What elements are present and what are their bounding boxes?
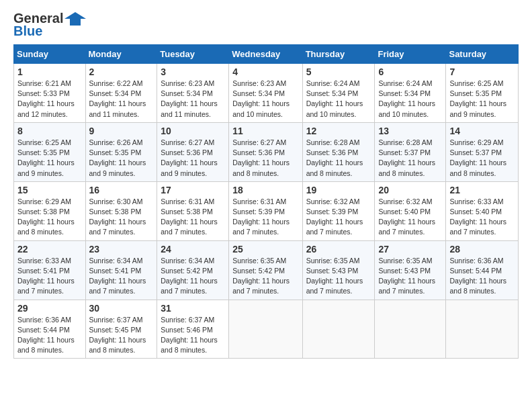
calendar-cell-20: 20Sunrise: 6:32 AMSunset: 5:40 PMDayligh… (375, 181, 446, 240)
calendar-cell-14: 14Sunrise: 6:29 AMSunset: 5:37 PMDayligh… (446, 122, 519, 181)
calendar-cell-28: 28Sunrise: 6:36 AMSunset: 5:44 PMDayligh… (446, 240, 519, 300)
calendar-cell-21: 21Sunrise: 6:33 AMSunset: 5:40 PMDayligh… (446, 181, 519, 240)
calendar-week-4: 22Sunrise: 6:33 AMSunset: 5:41 PMDayligh… (14, 240, 519, 300)
svg-marker-0 (64, 12, 86, 26)
calendar-cell-30: 30Sunrise: 6:37 AMSunset: 5:45 PMDayligh… (85, 300, 157, 359)
calendar-cell-empty (375, 300, 446, 359)
logo-blue: Blue (13, 24, 42, 39)
calendar-cell-24: 24Sunrise: 6:34 AMSunset: 5:42 PMDayligh… (157, 240, 229, 300)
calendar-cell-18: 18Sunrise: 6:31 AMSunset: 5:39 PMDayligh… (229, 181, 302, 240)
calendar-cell-26: 26Sunrise: 6:35 AMSunset: 5:43 PMDayligh… (302, 240, 375, 300)
calendar-cell-19: 19Sunrise: 6:32 AMSunset: 5:39 PMDayligh… (302, 181, 375, 240)
calendar-week-3: 15Sunrise: 6:29 AMSunset: 5:38 PMDayligh… (14, 181, 519, 240)
calendar-cell-25: 25Sunrise: 6:35 AMSunset: 5:42 PMDayligh… (229, 240, 302, 300)
calendar-cell-8: 8Sunrise: 6:25 AMSunset: 5:35 PMDaylight… (14, 122, 86, 181)
calendar-cell-29: 29Sunrise: 6:36 AMSunset: 5:44 PMDayligh… (14, 300, 86, 359)
calendar-cell-10: 10Sunrise: 6:27 AMSunset: 5:36 PMDayligh… (157, 122, 229, 181)
weekday-header-friday: Friday (375, 45, 446, 64)
weekday-header-tuesday: Tuesday (157, 45, 229, 64)
weekday-header-wednesday: Wednesday (229, 45, 302, 64)
calendar-cell-5: 5Sunrise: 6:24 AMSunset: 5:34 PMDaylight… (302, 64, 375, 123)
calendar-cell-4: 4Sunrise: 6:23 AMSunset: 5:34 PMDaylight… (229, 64, 302, 123)
calendar-cell-12: 12Sunrise: 6:28 AMSunset: 5:36 PMDayligh… (302, 122, 375, 181)
weekday-header-monday: Monday (85, 45, 157, 64)
calendar-cell-16: 16Sunrise: 6:30 AMSunset: 5:38 PMDayligh… (85, 181, 157, 240)
calendar-cell-empty (229, 300, 302, 359)
weekday-header-thursday: Thursday (302, 45, 375, 64)
weekday-header-sunday: Sunday (14, 45, 86, 64)
calendar-week-2: 8Sunrise: 6:25 AMSunset: 5:35 PMDaylight… (14, 122, 519, 181)
calendar-week-1: 1Sunrise: 6:21 AMSunset: 5:33 PMDaylight… (14, 64, 519, 123)
calendar-cell-27: 27Sunrise: 6:35 AMSunset: 5:43 PMDayligh… (375, 240, 446, 300)
calendar-cell-2: 2Sunrise: 6:22 AMSunset: 5:34 PMDaylight… (85, 64, 157, 123)
calendar-cell-23: 23Sunrise: 6:34 AMSunset: 5:41 PMDayligh… (85, 240, 157, 300)
page-header: General Blue (13, 11, 519, 39)
calendar-table: SundayMondayTuesdayWednesdayThursdayFrid… (13, 44, 519, 359)
calendar-cell-1: 1Sunrise: 6:21 AMSunset: 5:33 PMDaylight… (14, 64, 86, 123)
calendar-cell-15: 15Sunrise: 6:29 AMSunset: 5:38 PMDayligh… (14, 181, 86, 240)
calendar-cell-9: 9Sunrise: 6:26 AMSunset: 5:35 PMDaylight… (85, 122, 157, 181)
calendar-cell-22: 22Sunrise: 6:33 AMSunset: 5:41 PMDayligh… (14, 240, 86, 300)
weekday-header-saturday: Saturday (446, 45, 519, 64)
calendar-cell-31: 31Sunrise: 6:37 AMSunset: 5:46 PMDayligh… (157, 300, 229, 359)
logo-icon (64, 12, 86, 26)
calendar-cell-7: 7Sunrise: 6:25 AMSunset: 5:35 PMDaylight… (446, 64, 519, 123)
calendar-cell-3: 3Sunrise: 6:23 AMSunset: 5:34 PMDaylight… (157, 64, 229, 123)
calendar-cell-17: 17Sunrise: 6:31 AMSunset: 5:38 PMDayligh… (157, 181, 229, 240)
logo: General Blue (13, 11, 86, 39)
calendar-cell-6: 6Sunrise: 6:24 AMSunset: 5:34 PMDaylight… (375, 64, 446, 123)
calendar-cell-13: 13Sunrise: 6:28 AMSunset: 5:37 PMDayligh… (375, 122, 446, 181)
calendar-cell-empty (302, 300, 375, 359)
calendar-header-row: SundayMondayTuesdayWednesdayThursdayFrid… (14, 45, 519, 64)
calendar-week-5: 29Sunrise: 6:36 AMSunset: 5:44 PMDayligh… (14, 300, 519, 359)
calendar-cell-empty (446, 300, 519, 359)
calendar-cell-11: 11Sunrise: 6:27 AMSunset: 5:36 PMDayligh… (229, 122, 302, 181)
